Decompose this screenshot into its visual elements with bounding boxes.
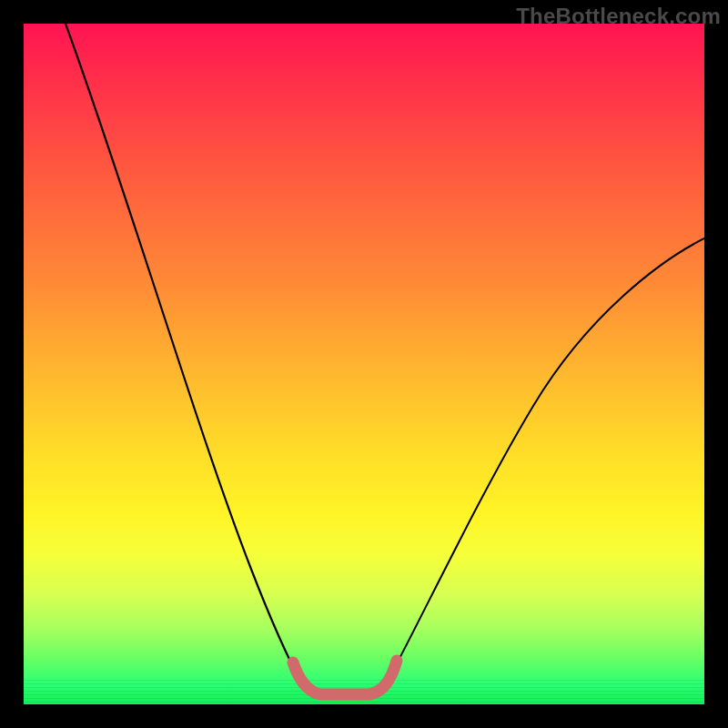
left-descent-curve — [66, 24, 304, 688]
bottleneck-marker — [293, 661, 397, 694]
plot-area — [24, 24, 704, 704]
curve-layer — [24, 24, 704, 704]
watermark-text: TheBottleneck.com — [516, 4, 721, 29]
chart-frame: TheBottleneck.com — [0, 0, 728, 728]
right-ascent-curve — [384, 238, 704, 688]
